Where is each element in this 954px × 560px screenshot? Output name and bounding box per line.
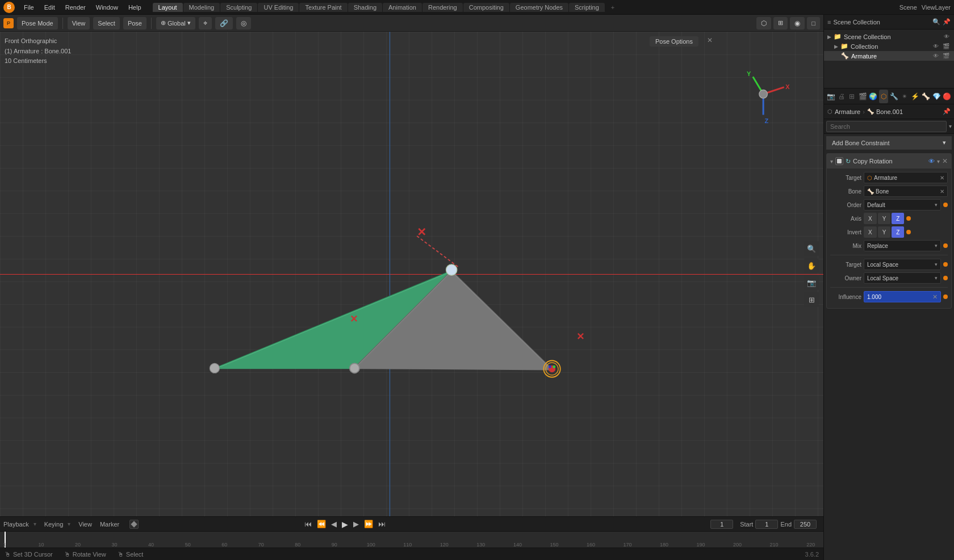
material-btn[interactable]: 🔴: [942, 90, 952, 103]
mix-dot[interactable]: [943, 243, 948, 248]
end-frame-input[interactable]: [794, 520, 817, 529]
axis-x-btn[interactable]: X: [864, 213, 877, 224]
play-btn[interactable]: ▶: [340, 520, 350, 529]
start-frame-input[interactable]: [755, 520, 778, 529]
viewport-canvas[interactable]: Front Orthographic (1) Armature : Bone.0…: [0, 32, 823, 516]
filter-icon[interactable]: ≡: [827, 19, 831, 26]
invert-dot[interactable]: [906, 230, 911, 234]
eye-icon3[interactable]: 👁: [933, 53, 939, 59]
target-value[interactable]: ⬡ Armature ✕: [864, 172, 948, 183]
breadcrumb-obj[interactable]: Armature: [835, 108, 860, 115]
view-layer-btn[interactable]: ⊞: [847, 90, 857, 103]
render-icon2[interactable]: 🎬: [943, 53, 949, 59]
order-dot[interactable]: [943, 203, 948, 207]
playback-btn[interactable]: Playback: [3, 521, 29, 528]
constraint-dropdown-icon[interactable]: ▾: [937, 158, 940, 165]
physics-btn[interactable]: ⚡: [911, 90, 920, 103]
scene-props-btn[interactable]: 🎬: [858, 90, 868, 103]
search-icon[interactable]: 🔍: [932, 18, 940, 26]
target-space-select[interactable]: Local Space ▾: [864, 259, 941, 270]
tab-compositing[interactable]: Compositing: [463, 3, 509, 12]
bone-constraint-btn[interactable]: 🦴: [921, 90, 931, 103]
view-btn[interactable]: View: [68, 17, 90, 30]
influence-reset-icon[interactable]: ✕: [932, 293, 938, 301]
viewport-display-btn[interactable]: ⊞: [773, 17, 788, 30]
snap-btn[interactable]: 🔗: [215, 17, 233, 30]
render-props-btn[interactable]: 📷: [826, 90, 836, 103]
target-clear-btn[interactable]: ✕: [940, 175, 944, 181]
invert-x-btn[interactable]: X: [864, 226, 877, 238]
tab-modeling[interactable]: Modeling: [183, 3, 220, 12]
pose-btn[interactable]: Pose: [123, 17, 147, 30]
overlay-btn-top[interactable]: ◉: [790, 17, 805, 30]
particles-btn[interactable]: ✴: [900, 90, 910, 103]
viewport-close-btn[interactable]: ✕: [707, 36, 713, 44]
pose-mode-btn[interactable]: Pose Mode: [17, 17, 58, 30]
axis-dot[interactable]: [906, 216, 911, 221]
keyframe-icon[interactable]: [129, 520, 139, 529]
constraint-enabled-checkbox[interactable]: [835, 157, 843, 165]
tab-scripting[interactable]: Scripting: [569, 3, 605, 12]
marker-btn[interactable]: Marker: [100, 521, 119, 528]
search-dropdown-icon[interactable]: ▾: [949, 123, 952, 129]
axis-y-btn[interactable]: Y: [878, 213, 891, 224]
outliner-armature[interactable]: 🦴 Armature 👁 🎬: [824, 51, 954, 61]
jump-end-btn[interactable]: ⏭: [376, 520, 387, 528]
jump-start-btn[interactable]: ⏮: [303, 520, 313, 528]
outliner-scene-collection[interactable]: ▶ 📁 Scene Collection 👁: [824, 32, 954, 41]
nav-camera[interactable]: 📷: [804, 275, 819, 290]
modifier-btn[interactable]: 🔧: [889, 90, 899, 103]
render-icon[interactable]: 🎬: [943, 43, 949, 49]
tab-rendering[interactable]: Rendering: [422, 3, 463, 12]
bone-value[interactable]: 🦴 Bone ✕: [864, 186, 948, 197]
viewport-shading-btn[interactable]: ⬡: [756, 17, 771, 30]
eye-icon2[interactable]: 👁: [933, 43, 939, 49]
next-frame-btn[interactable]: ⏩: [362, 520, 375, 528]
object-data-btn[interactable]: 💎: [932, 90, 942, 103]
constraint-eye-icon[interactable]: 👁: [928, 158, 935, 165]
nav-grid[interactable]: ⊞: [804, 292, 819, 307]
tab-animation[interactable]: Animation: [383, 3, 422, 12]
tab-geometry-nodes[interactable]: Geometry Nodes: [510, 3, 568, 12]
keying-btn[interactable]: Keying: [44, 521, 64, 528]
proportional-btn[interactable]: ◎: [236, 17, 251, 30]
menu-help[interactable]: Help: [124, 3, 146, 12]
transform-btn[interactable]: ⊕ Global ▾: [156, 17, 195, 30]
tab-layout[interactable]: Layout: [153, 3, 183, 12]
order-select[interactable]: Default ▾: [864, 199, 941, 210]
menu-edit[interactable]: Edit: [40, 3, 60, 12]
xray-btn[interactable]: □: [807, 17, 820, 30]
menu-file[interactable]: File: [19, 3, 39, 12]
nav-zoom-in[interactable]: 🔍: [804, 241, 819, 256]
select-btn[interactable]: Select: [93, 17, 120, 30]
owner-space-select[interactable]: Local Space ▾: [864, 272, 941, 284]
output-props-btn[interactable]: 🖨: [837, 90, 847, 103]
nav-pan[interactable]: ✋: [804, 258, 819, 273]
constraint-toggle[interactable]: ▾: [830, 158, 833, 165]
prev-frame-btn[interactable]: ⏪: [315, 520, 328, 528]
invert-y-btn[interactable]: Y: [878, 226, 891, 238]
bone-clear-btn[interactable]: ✕: [940, 188, 944, 195]
next-keyframe-btn[interactable]: ▶: [352, 520, 361, 528]
view-timeline-btn[interactable]: View: [78, 521, 92, 528]
timeline-ruler[interactable]: 1 10 20 30 40 50 60 70 80 90 100 110 120…: [0, 532, 823, 548]
target-space-dot[interactable]: [943, 262, 948, 267]
tab-texture-paint[interactable]: Texture Paint: [299, 3, 347, 12]
outliner-collection[interactable]: ▶ 📁 Collection 👁 🎬: [824, 41, 954, 51]
pin-props-icon[interactable]: 📌: [943, 108, 951, 115]
menu-render[interactable]: Render: [61, 3, 90, 12]
viewlayer-selector[interactable]: ViewLayer: [922, 4, 951, 11]
axis-z-btn[interactable]: Z: [892, 213, 904, 224]
props-search-input[interactable]: [826, 121, 947, 132]
prev-keyframe-btn[interactable]: ◀: [329, 520, 338, 528]
tab-uv-editing[interactable]: UV Editing: [258, 3, 299, 12]
add-workspace-btn[interactable]: +: [605, 3, 620, 12]
tab-shading[interactable]: Shading: [348, 3, 382, 12]
pivot-btn[interactable]: ⌖: [199, 17, 212, 30]
owner-space-dot[interactable]: [943, 276, 948, 280]
breadcrumb-bone[interactable]: Bone.001: [876, 108, 903, 115]
invert-z-btn[interactable]: Z: [892, 226, 904, 238]
influence-field[interactable]: 1.000 ✕: [864, 291, 941, 302]
mix-select[interactable]: Replace ▾: [864, 240, 941, 251]
scene-selector[interactable]: Scene: [899, 4, 917, 11]
